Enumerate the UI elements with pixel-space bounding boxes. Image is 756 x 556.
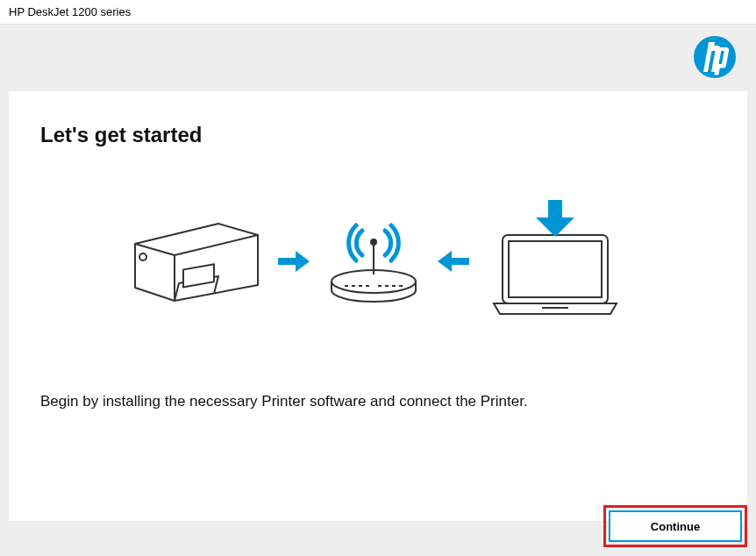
laptop-icon [485, 200, 625, 323]
svg-point-2 [139, 253, 146, 260]
svg-rect-6 [503, 235, 608, 303]
hp-logo [693, 35, 737, 79]
continue-button[interactable]: Continue [609, 510, 742, 542]
setup-illustration [40, 200, 716, 323]
window-title: HP DeskJet 1200 series [9, 5, 131, 18]
installer-body: Let's get started [0, 25, 756, 556]
arrow-right-icon [278, 251, 310, 272]
page-heading: Let's get started [40, 123, 716, 147]
printer-icon [131, 213, 262, 310]
svg-point-5 [371, 239, 376, 245]
wireless-router-icon [325, 213, 422, 310]
svg-rect-7 [509, 241, 602, 297]
button-highlight: Continue [603, 505, 747, 547]
svg-rect-1 [183, 264, 214, 287]
content-panel: Let's get started [9, 91, 747, 521]
button-area: Continue [603, 505, 747, 547]
description-text: Begin by installing the necessary Printe… [40, 393, 716, 410]
arrow-left-icon [438, 251, 469, 272]
window-title-bar: HP DeskJet 1200 series [0, 0, 756, 25]
